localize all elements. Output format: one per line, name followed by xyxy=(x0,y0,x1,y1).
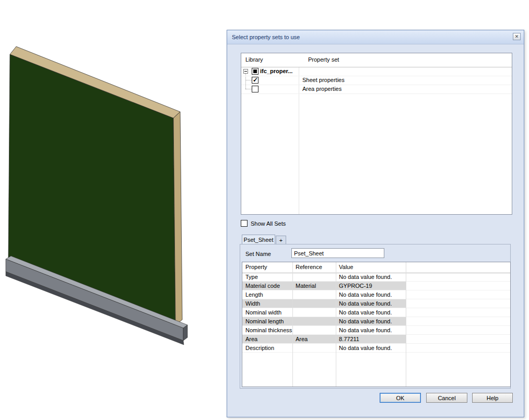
grid-column-divider xyxy=(336,262,336,387)
tab-content-frame: Set Name Property Reference Value Type N… xyxy=(240,244,511,389)
value-cell: No data value found. xyxy=(339,291,392,298)
property-cell: Nominal thickness xyxy=(245,327,292,333)
table-row[interactable]: Nominal thickness No data value found. xyxy=(242,326,510,335)
value-cell: No data value found. xyxy=(339,274,392,280)
library-column-header: Library xyxy=(245,56,263,63)
plus-icon: + xyxy=(279,237,283,243)
close-button[interactable]: ✕ xyxy=(513,33,521,40)
table-row[interactable]: Type No data value found. xyxy=(242,273,510,282)
root-checkbox[interactable] xyxy=(252,68,258,75)
cancel-button[interactable]: Cancel xyxy=(426,393,467,403)
tree-row-area-properties[interactable]: Area properties xyxy=(241,85,512,94)
3d-model-viewport xyxy=(0,0,227,420)
show-all-sets-control[interactable]: Show All Sets xyxy=(241,220,286,227)
property-column-header: Property xyxy=(245,264,267,270)
value-cell: No data value found. xyxy=(339,345,392,351)
tab-pset-sheet[interactable]: Pset_Sheet xyxy=(242,235,275,244)
area-properties-checkbox[interactable] xyxy=(252,86,258,92)
value-cell: GYPROC-19 xyxy=(339,283,372,289)
help-button[interactable]: Help xyxy=(472,393,513,403)
table-row[interactable]: Nominal width No data value found. xyxy=(242,308,510,317)
reference-cell: Material xyxy=(296,283,316,289)
table-row[interactable]: Length No data value found. xyxy=(242,290,510,299)
property-cell: Nominal width xyxy=(245,309,281,316)
value-cell: No data value found. xyxy=(339,309,392,316)
property-cell: Nominal length xyxy=(245,318,284,324)
property-cell: Material code xyxy=(245,283,280,289)
set-name-label: Set Name xyxy=(245,251,271,257)
property-grid: Property Reference Value Type No data va… xyxy=(242,262,511,387)
collapse-icon[interactable] xyxy=(243,69,248,74)
application-window: Select property sets to use ✕ Library Pr… xyxy=(0,0,529,420)
table-row[interactable]: Area Area 8.77211 xyxy=(242,335,510,344)
library-header-row: Library Property set xyxy=(241,53,512,67)
value-cell: No data value found. xyxy=(339,327,392,333)
tree-row-sheet-properties[interactable]: Sheet properties xyxy=(241,76,512,85)
property-cell: Width xyxy=(245,300,260,307)
property-cell: Description xyxy=(245,345,274,351)
set-name-input[interactable] xyxy=(291,248,384,258)
table-row[interactable]: Material code Material GYPROC-19 xyxy=(242,282,510,290)
property-cell: Type xyxy=(245,274,258,280)
dialog-select-property-sets: Select property sets to use ✕ Library Pr… xyxy=(227,30,524,417)
close-icon: ✕ xyxy=(515,34,519,39)
library-root-label: ifc_proper... xyxy=(260,68,292,74)
property-cell: Area xyxy=(245,336,257,342)
value-column-header: Value xyxy=(339,264,353,270)
table-row[interactable]: Width No data value found. xyxy=(242,299,510,308)
property-set-column-header: Property set xyxy=(308,56,339,63)
show-all-sets-checkbox[interactable] xyxy=(241,220,248,227)
value-cell: No data value found. xyxy=(339,300,392,307)
reference-column-header: Reference xyxy=(296,264,322,270)
property-cell: Length xyxy=(245,291,263,298)
property-set-library-panel: Library Property set ifc_proper... Sheet… xyxy=(241,53,512,215)
dialog-titlebar[interactable]: Select property sets to use ✕ xyxy=(227,30,524,44)
reference-cell: Area xyxy=(296,336,308,342)
grid-column-divider xyxy=(292,262,293,387)
area-properties-label: Area properties xyxy=(302,86,342,92)
sheet-properties-label: Sheet properties xyxy=(302,77,345,83)
table-row[interactable]: Description No data value found. xyxy=(242,344,510,353)
table-row[interactable]: Nominal length No data value found. xyxy=(242,317,510,326)
add-tab-button[interactable]: + xyxy=(276,236,286,244)
value-cell: 8.77211 xyxy=(339,336,359,342)
show-all-sets-label: Show All Sets xyxy=(251,220,286,227)
value-cell: No data value found. xyxy=(339,318,392,324)
ok-button[interactable]: OK xyxy=(380,393,421,403)
dialog-title: Select property sets to use xyxy=(232,34,300,40)
sheet-properties-checkbox[interactable] xyxy=(252,77,258,84)
tree-row-library-root[interactable]: ifc_proper... xyxy=(241,67,512,76)
tab-pset-sheet-label: Pset_Sheet xyxy=(244,237,274,243)
property-grid-header: Property Reference Value xyxy=(242,262,510,273)
grid-column-divider xyxy=(406,262,406,387)
property-grid-rows: Type No data value found. Material code … xyxy=(242,273,510,353)
